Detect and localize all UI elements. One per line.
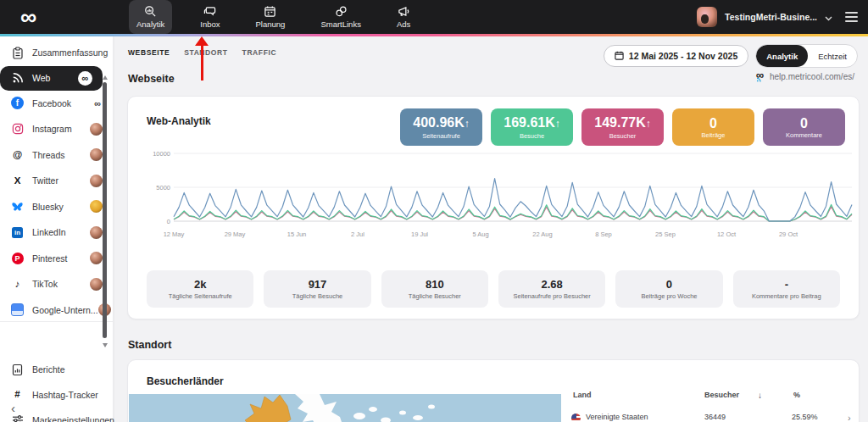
sidebar-item-web[interactable]: Web ∞ bbox=[0, 66, 103, 91]
sidebar-item-zusammenfassung[interactable]: Zusammenfassung bbox=[0, 40, 113, 66]
besucherlaender-card: Besucherländer Land Besucher ↓ % Vereini… bbox=[127, 359, 860, 422]
facebook-profile-badge: ∞ bbox=[94, 98, 101, 108]
summary-taegliche-besucher[interactable]: 810Tägliche Besucher bbox=[381, 270, 488, 308]
profile-avatar-badge bbox=[90, 123, 103, 136]
tiktok-icon: ♪ bbox=[10, 277, 25, 291]
kpi-besucher[interactable]: 149.77K↑ Besucher bbox=[581, 108, 664, 146]
megaphone-icon bbox=[398, 5, 410, 18]
sidebar-item-berichte[interactable]: Berichte bbox=[0, 357, 113, 382]
chevron-right-icon: › bbox=[848, 413, 851, 422]
tab-traffic[interactable]: TRAFFIC bbox=[242, 48, 277, 57]
sidebar-item-hashtag-tracker[interactable]: # Hashtag-Tracker bbox=[0, 382, 113, 408]
sidebar-item-pinterest[interactable]: P Pinterest bbox=[0, 246, 113, 272]
profile-avatar-badge bbox=[90, 252, 103, 264]
kpi-seitenaufrufe[interactable]: 400.96K↑ Seitenaufrufe bbox=[400, 108, 482, 146]
svg-text:10000: 10000 bbox=[153, 150, 170, 158]
account-avatar[interactable] bbox=[697, 7, 717, 27]
sidebar-item-threads[interactable]: @ Threads bbox=[0, 142, 113, 169]
visitor-countries-map[interactable] bbox=[129, 394, 561, 422]
sidebar-item-label: Twitter bbox=[32, 175, 58, 186]
summary-taegliche-seitenaufrufe[interactable]: 2kTägliche Seitenaufrufe bbox=[147, 270, 253, 308]
kpi-beitraege[interactable]: 0 Beiträge bbox=[672, 108, 754, 146]
col-land[interactable]: Land bbox=[573, 391, 592, 399]
kpi-chips: 400.96K↑ Seitenaufrufe 169.61K↑ Besuche … bbox=[400, 108, 845, 146]
svg-text:29 Oct: 29 Oct bbox=[779, 230, 798, 238]
sidebar-item-instagram[interactable]: Instagram bbox=[0, 116, 113, 142]
kpi-kommentare[interactable]: 0 Kommentare bbox=[763, 108, 845, 146]
hashtag-icon: # bbox=[10, 388, 25, 402]
hamburger-menu-icon[interactable] bbox=[845, 12, 858, 21]
instagram-icon bbox=[10, 122, 25, 136]
svg-text:12 May: 12 May bbox=[164, 230, 185, 238]
sidebar-item-linkedin[interactable]: in LinkedIn bbox=[0, 219, 113, 246]
top-bar: ∞ Analytik Inbox bbox=[0, 0, 868, 34]
sort-descending-icon[interactable]: ↓ bbox=[758, 391, 762, 400]
sidebar-item-label: Web bbox=[32, 73, 50, 83]
report-icon bbox=[10, 363, 25, 376]
arrow-line bbox=[201, 45, 204, 81]
sidebar-collapse-button[interactable]: ‹ bbox=[11, 401, 15, 415]
mode-echtzeit-button[interactable]: Echtzeit bbox=[808, 45, 857, 67]
mode-analytik-button[interactable]: Analytik bbox=[756, 45, 808, 67]
sidebar-channel-list: Zusammenfassung Web ∞ f Facebook ∞ In bbox=[0, 40, 113, 322]
svg-text:5000: 5000 bbox=[156, 184, 170, 192]
date-range-picker[interactable]: 12 Mai 2025 - 12 Nov 2025 bbox=[604, 45, 748, 67]
card-title: Web-Analytik bbox=[147, 115, 211, 127]
account-name[interactable]: TestingMetri-Busine... bbox=[725, 12, 817, 22]
summary-taegliche-besuche[interactable]: 917Tägliche Besuche bbox=[264, 270, 370, 308]
nav-smartlinks[interactable]: SmartLinks bbox=[313, 0, 369, 34]
table-header: Land Besucher ↓ % bbox=[565, 391, 859, 406]
nav-ads[interactable]: Ads bbox=[389, 0, 418, 34]
nav-label: Analytik bbox=[136, 19, 164, 29]
sidebar-item-label: Hashtag-Tracker bbox=[32, 390, 98, 400]
metricool-rss-icon: ∞ bbox=[756, 71, 765, 82]
date-range-text: 12 Mai 2025 - 12 Nov 2025 bbox=[629, 51, 737, 61]
table-row[interactable]: Vereinigte Staaten 36449 25.59% › bbox=[565, 413, 859, 422]
metricool-logo-icon[interactable]: ∞ bbox=[20, 2, 36, 32]
svg-text:22 Aug: 22 Aug bbox=[532, 230, 552, 238]
pinterest-icon: P bbox=[10, 252, 25, 265]
card-title: Besucherländer bbox=[147, 375, 224, 387]
nav-label: Planung bbox=[256, 19, 286, 29]
nav-label: Ads bbox=[397, 19, 410, 29]
us-flag-icon bbox=[571, 414, 581, 422]
chevron-down-icon[interactable] bbox=[825, 9, 832, 25]
web-analytics-chart[interactable]: 10000 5000 0 12 May 29 May 15 Jun 2 Jul … bbox=[148, 149, 855, 247]
calendar-icon bbox=[264, 5, 276, 18]
trend-up-icon: ↑ bbox=[465, 118, 470, 130]
sidebar-tools: Berichte # Hashtag-Tracker Markeneinstel… bbox=[0, 357, 113, 422]
scroll-down-arrow-icon[interactable] bbox=[103, 343, 108, 347]
col-percent[interactable]: % bbox=[793, 391, 800, 399]
sidebar-item-google-business[interactable]: Google-Untern... bbox=[0, 297, 113, 323]
sidebar-item-label: Threads bbox=[32, 150, 65, 160]
svg-text:29 May: 29 May bbox=[225, 230, 246, 238]
tab-standort[interactable]: STANDORT bbox=[184, 48, 227, 57]
svg-text:0: 0 bbox=[167, 218, 170, 225]
summary-kommentare-pro-beitrag[interactable]: -Kommentare pro Beitrag bbox=[733, 270, 840, 308]
sidebar: Zusammenfassung Web ∞ f Facebook ∞ In bbox=[0, 36, 113, 422]
sidebar-item-label: TikTok bbox=[32, 279, 58, 289]
svg-text:12 Oct: 12 Oct bbox=[717, 230, 737, 238]
sidebar-item-twitter[interactable]: X Twitter bbox=[0, 168, 113, 194]
col-besucher[interactable]: Besucher bbox=[704, 391, 739, 399]
sidebar-item-markeneinstellungen[interactable]: Markeneinstellungen bbox=[0, 408, 113, 422]
sidebar-item-bluesky[interactable]: Bluesky bbox=[0, 194, 113, 220]
scroll-up-arrow-icon[interactable] bbox=[103, 75, 108, 80]
nav-inbox[interactable]: Inbox bbox=[192, 0, 227, 34]
facebook-icon: f bbox=[10, 97, 25, 110]
nav-analytik[interactable]: Analytik bbox=[129, 0, 172, 34]
nav-label: SmartLinks bbox=[320, 19, 361, 29]
sidebar-scrollbar[interactable] bbox=[103, 82, 107, 338]
kpi-besuche[interactable]: 169.61K↑ Besuche bbox=[491, 108, 573, 146]
tab-webseite[interactable]: WEBSEITE bbox=[128, 48, 170, 57]
sidebar-item-label: Facebook bbox=[32, 98, 71, 108]
sidebar-item-facebook[interactable]: f Facebook ∞ bbox=[0, 91, 113, 117]
svg-text:5 Aug: 5 Aug bbox=[472, 230, 488, 238]
nav-planung[interactable]: Planung bbox=[248, 0, 293, 34]
summary-beitraege-pro-woche[interactable]: 0Beiträge pro Woche bbox=[615, 270, 722, 308]
bluesky-butterfly-icon bbox=[10, 200, 25, 214]
svg-text:8 Sep: 8 Sep bbox=[595, 230, 612, 238]
sidebar-item-tiktok[interactable]: ♪ TikTok bbox=[0, 271, 113, 297]
help-link[interactable]: ∞ help.metricool.com/es/ bbox=[756, 71, 854, 82]
summary-seitenaufrufe-pro-besucher[interactable]: 2.68Seitenaufrufe pro Besucher bbox=[498, 270, 605, 308]
